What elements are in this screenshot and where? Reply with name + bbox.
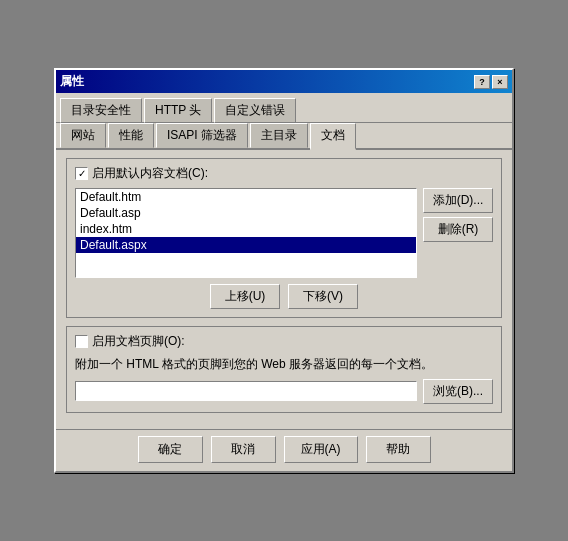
tab-http-headers[interactable]: HTTP 头	[144, 98, 212, 123]
list-item[interactable]: index.htm	[76, 221, 416, 237]
browse-button[interactable]: 浏览(B)...	[423, 379, 493, 404]
tab-performance[interactable]: 性能	[108, 123, 154, 148]
side-buttons: 添加(D)... 删除(R)	[423, 188, 493, 278]
help-button[interactable]: ?	[474, 75, 490, 89]
enable-footer-checkbox[interactable]	[75, 335, 88, 348]
file-list[interactable]: Default.htm Default.asp index.htm Defaul…	[75, 188, 417, 278]
tab-home-directory[interactable]: 主目录	[250, 123, 308, 148]
section2-legend: 启用文档页脚(O):	[75, 333, 493, 350]
section-default-docs: 启用默认内容文档(C): Default.htm Default.asp ind…	[66, 158, 502, 318]
main-window: 属性 ? × 目录安全性 HTTP 头 自定义错误 网站 性能 ISAPI 筛选…	[54, 68, 514, 473]
file-list-area: Default.htm Default.asp index.htm Defaul…	[75, 188, 493, 278]
bottom-bar: 确定 取消 应用(A) 帮助	[56, 429, 512, 471]
title-bar-buttons: ? ×	[474, 75, 508, 89]
window-title: 属性	[60, 73, 84, 90]
delete-button[interactable]: 删除(R)	[423, 217, 493, 242]
move-down-button[interactable]: 下移(V)	[288, 284, 358, 309]
footer-input-row: 浏览(B)...	[75, 379, 493, 404]
list-item-selected[interactable]: Default.aspx	[76, 237, 416, 253]
tab-documents[interactable]: 文档	[310, 123, 356, 150]
ok-button[interactable]: 确定	[138, 436, 203, 463]
section1-legend: 启用默认内容文档(C):	[75, 165, 493, 182]
add-button[interactable]: 添加(D)...	[423, 188, 493, 213]
footer-path-input[interactable]	[75, 381, 417, 401]
tabs-row-2: 网站 性能 ISAPI 筛选器 主目录 文档	[56, 123, 512, 150]
enable-default-docs-label: 启用默认内容文档(C):	[92, 165, 208, 182]
main-content: 启用默认内容文档(C): Default.htm Default.asp ind…	[56, 150, 512, 429]
title-bar: 属性 ? ×	[56, 70, 512, 93]
tab-custom-errors[interactable]: 自定义错误	[214, 98, 296, 123]
list-item[interactable]: Default.htm	[76, 189, 416, 205]
apply-button[interactable]: 应用(A)	[284, 436, 358, 463]
footer-description: 附加一个 HTML 格式的页脚到您的 Web 服务器返回的每一个文档。	[75, 356, 493, 373]
tabs-row-1: 目录安全性 HTTP 头 自定义错误	[56, 93, 512, 123]
tab-isapi[interactable]: ISAPI 筛选器	[156, 123, 248, 148]
list-item[interactable]: Default.asp	[76, 205, 416, 221]
cancel-button[interactable]: 取消	[211, 436, 276, 463]
enable-default-docs-checkbox[interactable]	[75, 167, 88, 180]
help-bottom-button[interactable]: 帮助	[366, 436, 431, 463]
section-doc-footer: 启用文档页脚(O): 附加一个 HTML 格式的页脚到您的 Web 服务器返回的…	[66, 326, 502, 413]
move-up-button[interactable]: 上移(U)	[210, 284, 280, 309]
tab-directory-security[interactable]: 目录安全性	[60, 98, 142, 123]
tab-website[interactable]: 网站	[60, 123, 106, 148]
move-buttons: 上移(U) 下移(V)	[75, 284, 493, 309]
close-button[interactable]: ×	[492, 75, 508, 89]
enable-footer-label: 启用文档页脚(O):	[92, 333, 185, 350]
